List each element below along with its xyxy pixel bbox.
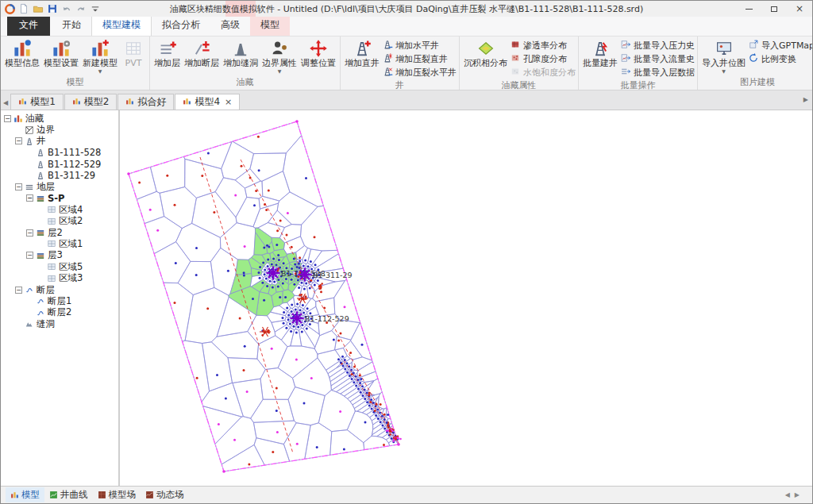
tree-item-well-b1-111-528[interactable]: B1-111-528 — [1, 147, 118, 158]
ribbon-tab-start[interactable]: 开始 — [52, 15, 91, 36]
doc-tab-fit-good[interactable]: 拟合好 — [118, 94, 174, 110]
permeability-icon — [510, 39, 521, 52]
app-window: 油藏区块精细数值模拟软件 - Untitled (D:\F\ldl\项目\大庆项… — [0, 0, 813, 504]
open-file-icon[interactable] — [32, 2, 44, 15]
close-tab-icon[interactable]: × — [225, 97, 232, 107]
button-batch-import-pressure[interactable]: 批量导入压力史 — [620, 39, 695, 52]
tree-expander-icon[interactable]: − — [26, 194, 33, 202]
button-add-layer[interactable]: 增加层 — [152, 38, 182, 68]
tree-item-region1[interactable]: 区域1 — [1, 238, 118, 249]
ribbon-tab-model-building[interactable]: 模型建模 — [91, 14, 152, 36]
tab-scroll-left-icon[interactable]: ◀ — [1, 99, 10, 110]
minimize-button[interactable] — [736, 1, 761, 17]
new-file-icon[interactable] — [17, 2, 30, 15]
button-add-vertical-well[interactable]: 增加直井 — [343, 38, 381, 68]
tree-expander-icon[interactable]: − — [15, 183, 22, 190]
button-add-cave[interactable]: 增加缝洞 — [222, 38, 260, 68]
tree-item-region3[interactable]: 区域3 — [1, 272, 118, 283]
tree-expander-icon[interactable]: − — [15, 137, 22, 144]
button-batch-create-wells[interactable]: 批量建井 — [581, 38, 619, 68]
tree-item-label: 层2 — [48, 227, 63, 239]
app-logo-icon[interactable] — [3, 2, 16, 15]
doc-tab-label: 模型2 — [84, 95, 110, 109]
ribbon-tab-advanced[interactable]: 高级 — [210, 15, 250, 36]
well-icon — [36, 171, 45, 180]
view-tab-well-curve[interactable]: 井曲线 — [44, 487, 93, 502]
tree-expander-icon[interactable]: − — [15, 287, 22, 294]
button-adjust-position[interactable]: 调整位置 — [299, 38, 337, 68]
ribbon-tab-file[interactable]: 文件 — [7, 14, 50, 36]
button-porosity-dist[interactable]: 孔隙度分布 — [510, 52, 576, 66]
button-model-settings[interactable]: 模型设置 — [42, 38, 80, 68]
model-canvas[interactable]: B1-111-528B1-311-29B1-112-529 — [120, 110, 812, 486]
redo-icon[interactable] — [75, 2, 87, 15]
doc-tab-model2[interactable]: 模型2 — [64, 94, 118, 110]
doc-tab-model4[interactable]: 模型4× — [175, 94, 240, 110]
button-add-horizontal-well[interactable]: 增加水平井 — [382, 39, 457, 52]
tree-item-reservoir[interactable]: −油藏 — [1, 113, 118, 124]
tab-scroll-right-icon[interactable]: ▶ — [801, 96, 811, 106]
button-water-saturation-dist[interactable]: 水饱和度分布 — [510, 66, 576, 79]
button-add-frac-vertical-well[interactable]: 增加压裂直井 — [382, 52, 457, 66]
button-label: 增加缝洞 — [223, 59, 258, 68]
view-tab-model[interactable]: 模型 — [6, 487, 44, 502]
button-batch-import-layer[interactable]: 批量导入层数据 — [620, 66, 695, 79]
tree-item-well-b1-311-29[interactable]: B1-311-29 — [1, 170, 118, 181]
button-boundary-attr[interactable]: 边界属性▼ — [260, 38, 299, 74]
model-settings-icon — [52, 38, 71, 59]
status-scroll-arrows[interactable]: ◀▶ — [785, 491, 804, 498]
customize-toolbar-icon[interactable] — [89, 2, 102, 15]
tree-item-well-b1-112-529[interactable]: B1-112-529 — [1, 159, 118, 170]
button-add-frac-horizontal-well[interactable]: 增加压裂水平井 — [382, 66, 457, 79]
undo-icon[interactable] — [60, 2, 73, 15]
tree-item-region2[interactable]: 区域2 — [1, 216, 118, 227]
tree-expander-icon[interactable]: − — [26, 229, 33, 237]
model-tab-icon — [183, 97, 191, 108]
tree-expander-icon[interactable]: − — [4, 115, 11, 122]
ribbon-group-label: 油藏 — [150, 76, 340, 90]
tree-item-label: B1-311-29 — [48, 170, 95, 181]
close-button[interactable]: × — [787, 1, 812, 17]
button-model-info[interactable]: 模型信息 — [3, 38, 41, 68]
save-icon[interactable] — [46, 2, 59, 15]
tree-item-cave[interactable]: 缝洞 — [1, 318, 118, 329]
ribbon-group-buttons: 模型信息模型设置新建模型▼PVT — [1, 37, 149, 76]
view-tab-dynamic-field[interactable]: 动态场 — [141, 487, 189, 502]
button-label: 增加压裂水平井 — [395, 67, 457, 79]
button-import-gptmap[interactable]: 导入GPTMap — [748, 39, 812, 52]
button-batch-import-rate[interactable]: 批量导入流量史 — [620, 52, 695, 66]
button-add-fault[interactable]: 增加断层 — [183, 38, 221, 68]
button-sedimentary-facies[interactable]: 沉积相分布 — [462, 38, 509, 68]
tree-item-fault1[interactable]: 断层1 — [1, 295, 118, 306]
button-permeability-dist[interactable]: 渗透率分布 — [510, 39, 576, 52]
tree-item-wells[interactable]: −井 — [1, 136, 118, 147]
ribbon-tab-fit-analysis[interactable]: 拟合分析 — [152, 15, 210, 36]
view-tab-model-field[interactable]: 模型场 — [93, 487, 141, 502]
chevron-down-icon: ▼ — [278, 68, 282, 74]
tree-item-faults[interactable]: −断层 — [1, 284, 118, 295]
well-icon — [36, 160, 45, 169]
tree-item-layer3[interactable]: −层3 — [1, 250, 118, 261]
button-pvt[interactable]: PVT — [120, 38, 147, 68]
tree-item-region5[interactable]: 区域5 — [1, 261, 118, 272]
tree-item-label: 区域2 — [59, 215, 83, 227]
import-history-icon — [620, 39, 631, 52]
tree-item-region4[interactable]: 区域4 — [1, 204, 118, 215]
tree-item-fault2[interactable]: 断层2 — [1, 307, 118, 318]
tree-item-layer-sp[interactable]: −S-P — [1, 193, 118, 204]
doc-tab-model1[interactable]: 模型1 — [10, 94, 64, 110]
ribbon-tab-model[interactable]: 模型 — [250, 15, 290, 36]
tree-item-label: B1-112-529 — [48, 159, 101, 170]
tree-expander-icon[interactable]: − — [26, 252, 33, 259]
button-import-well-map[interactable]: 导入井位图▼ — [700, 38, 747, 74]
ribbon-group-label: 模型 — [1, 76, 149, 90]
button-new-model[interactable]: 新建模型▼ — [81, 38, 119, 74]
tree-item-strata[interactable]: −地层 — [1, 181, 118, 192]
ribbon-group-5: 导入井位图▼导入GPTMap比例变换图片建模 — [698, 37, 812, 90]
button-label: 批量导入流量史 — [634, 53, 695, 65]
tree-item-layer2[interactable]: −层2 — [1, 227, 118, 238]
tree-item-boundary[interactable]: 边界 — [1, 124, 118, 135]
restore-button[interactable] — [761, 1, 787, 17]
button-scale-transform[interactable]: 比例变换 — [748, 52, 812, 66]
region-icon — [47, 239, 56, 248]
